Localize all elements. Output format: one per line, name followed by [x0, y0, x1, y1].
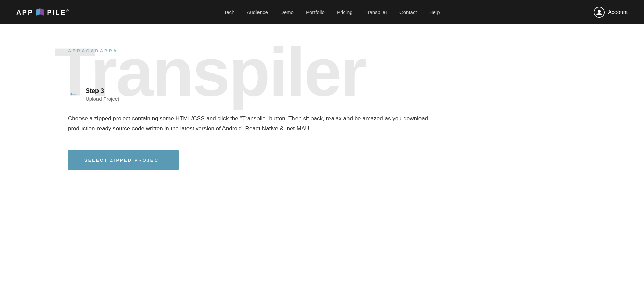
step-label: Step 3: [86, 87, 119, 95]
nav-link-audience[interactable]: Audience: [247, 9, 268, 15]
step-sublabel: Upload Project: [86, 96, 119, 102]
step-info: Step 3 Upload Project: [86, 87, 119, 102]
svg-marker-1: [36, 8, 40, 16]
logo-text-right: PILE®: [47, 9, 70, 16]
nav-link-contact[interactable]: Contact: [399, 9, 417, 15]
nav-link-transpiler[interactable]: Transpiler: [365, 9, 387, 15]
logo[interactable]: APP PILE®: [16, 7, 70, 18]
logo-icon: [35, 7, 46, 18]
nav-link-tech[interactable]: Tech: [224, 9, 235, 15]
svg-marker-0: [40, 8, 44, 16]
nav-link-pricing[interactable]: Pricing: [337, 9, 353, 15]
main-content: Transpiler ABRACADABRA ← Step 3 Upload P…: [0, 24, 644, 191]
svg-point-2: [598, 10, 601, 13]
account-button[interactable]: Account: [594, 7, 628, 18]
nav-link-demo[interactable]: Demo: [280, 9, 294, 15]
nav-links: Tech Audience Demo Portfolio Pricing Tra…: [224, 9, 440, 15]
content-wrapper: ABRACADABRA ← Step 3 Upload Project Choo…: [68, 48, 644, 170]
navbar: APP PILE® Tech Audience Demo Portfolio P…: [0, 0, 644, 24]
page-description: Choose a zipped project containing some …: [68, 114, 455, 134]
back-arrow[interactable]: ←: [68, 88, 79, 99]
step-section: ← Step 3 Upload Project: [68, 87, 644, 102]
account-icon: [594, 7, 605, 18]
nav-link-help[interactable]: Help: [429, 9, 440, 15]
nav-link-portfolio[interactable]: Portfolio: [306, 9, 325, 15]
page-subtitle: ABRACADABRA: [68, 48, 644, 53]
select-zipped-project-button[interactable]: SELECT ZIPPED PROJECT: [68, 150, 179, 170]
logo-text-left: APP: [16, 9, 33, 16]
account-label: Account: [608, 9, 628, 15]
